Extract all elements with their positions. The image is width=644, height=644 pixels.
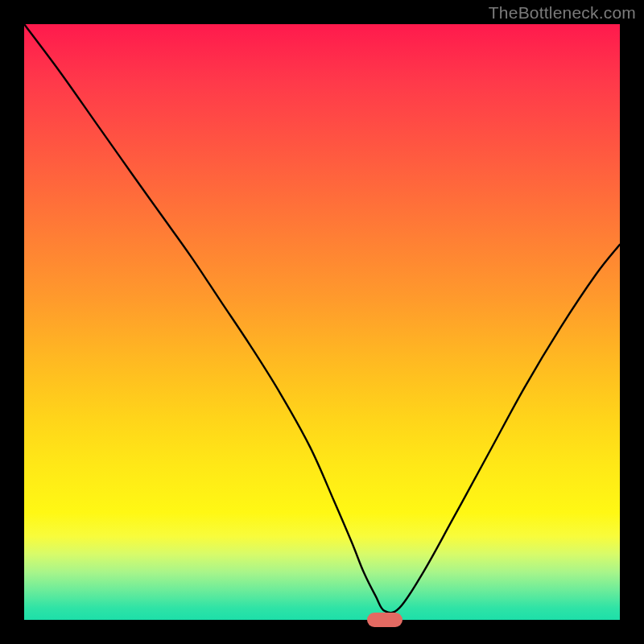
bottleneck-curve [24, 24, 620, 620]
plot-area [24, 24, 620, 620]
attribution-label: TheBottleneck.com [489, 3, 636, 23]
chart-frame: TheBottleneck.com [0, 0, 644, 644]
optimal-range-marker [367, 613, 402, 627]
